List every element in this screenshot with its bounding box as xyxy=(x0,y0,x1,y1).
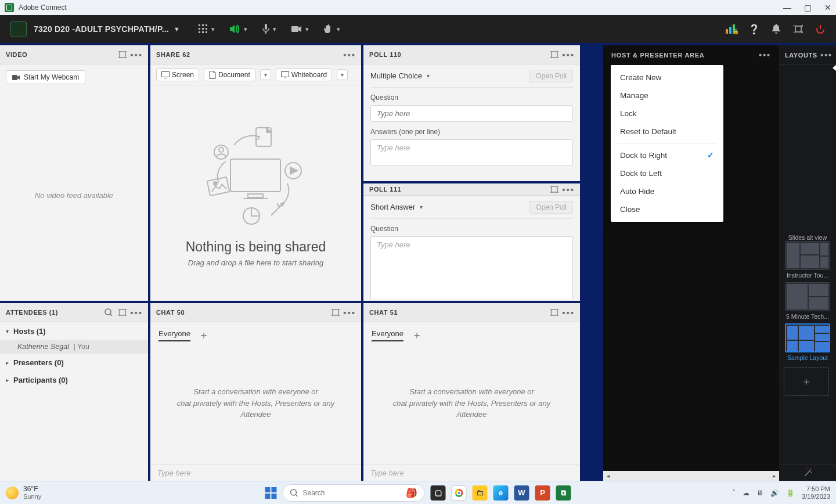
maximize-pod-icon[interactable] xyxy=(549,49,560,60)
share-document-menu-button[interactable]: ▾ xyxy=(260,69,271,80)
close-window-button[interactable]: ✕ xyxy=(824,3,831,12)
menu-dock-left[interactable]: Dock to Left xyxy=(611,164,723,182)
speaker-button[interactable]: ▾ xyxy=(230,24,247,34)
pod-options-icon[interactable]: ••• xyxy=(563,307,574,318)
chrome-icon[interactable] xyxy=(452,485,467,501)
attendee-you-tag: | You xyxy=(73,343,89,351)
chat-add-tab-button[interactable]: ＋ xyxy=(412,328,422,342)
notifications-icon[interactable] xyxy=(771,24,781,34)
start-button[interactable] xyxy=(265,487,277,499)
menu-auto-hide[interactable]: Auto Hide xyxy=(611,182,723,200)
chat-add-tab-button[interactable]: ＋ xyxy=(199,328,209,342)
pod-options-icon[interactable]: ••• xyxy=(344,49,355,60)
attendee-group-presenters[interactable]: ▸Presenters (0) xyxy=(0,354,148,371)
weather-cond: Sunny xyxy=(23,493,41,500)
taskbar-clock[interactable]: 7:50 PM 3/19/2023 xyxy=(802,485,830,500)
powerpoint-icon[interactable]: P xyxy=(535,485,550,501)
pod-options-icon[interactable]: ••• xyxy=(131,307,142,318)
end-session-icon[interactable] xyxy=(815,24,826,34)
pod-options-icon[interactable]: ••• xyxy=(344,307,355,318)
poll-question-label: Question xyxy=(370,225,573,233)
maximize-pod-icon[interactable] xyxy=(330,307,341,318)
share-document-button[interactable]: Document xyxy=(204,69,255,81)
svg-rect-21 xyxy=(230,159,280,192)
pods-grid-button[interactable]: ▾ xyxy=(199,24,215,34)
svg-rect-17 xyxy=(162,71,170,77)
layout-thumb[interactable]: Slides alt view Instructor Tou... xyxy=(784,232,831,279)
tray-chevron-icon[interactable]: ˄ xyxy=(732,489,736,497)
pod-options-icon[interactable]: ••• xyxy=(563,49,574,60)
scroll-left-button[interactable]: ◂ xyxy=(603,471,613,481)
menu-lock[interactable]: Lock xyxy=(611,105,723,123)
poll-answers-input[interactable]: Type here xyxy=(370,139,573,166)
battery-icon[interactable]: 🔋 xyxy=(786,489,795,497)
pod-options-icon[interactable]: ••• xyxy=(563,183,574,195)
attendee-group-hosts[interactable]: ▾Hosts (1) xyxy=(0,322,148,340)
camera-button[interactable]: ▾ xyxy=(291,25,309,33)
menu-manage[interactable]: Manage xyxy=(611,87,723,105)
edge-icon[interactable]: e xyxy=(493,485,509,501)
menu-dock-right[interactable]: Dock to Right✓ xyxy=(611,146,723,164)
poll-question-input[interactable] xyxy=(370,105,573,122)
maximize-button[interactable]: ▢ xyxy=(804,3,812,12)
minimize-button[interactable]: — xyxy=(783,3,791,12)
help-icon[interactable]: ❔ xyxy=(749,24,759,34)
layout-thumb[interactable]: 5 Minute Tech... xyxy=(784,282,831,320)
layouts-wand-icon[interactable] xyxy=(779,465,836,481)
room-icon[interactable] xyxy=(10,21,27,37)
attendee-group-participants[interactable]: ▸Participants (0) xyxy=(0,371,148,388)
taskbar-search[interactable]: Search 🎒 xyxy=(283,484,425,502)
display-icon[interactable]: 🖥 xyxy=(756,489,763,497)
maximize-pod-icon[interactable] xyxy=(549,307,560,318)
share-pod-title: SHARE 62 xyxy=(156,51,190,58)
layout-thumb-selected[interactable]: Sample Layout xyxy=(784,323,831,361)
search-icon[interactable] xyxy=(103,307,114,318)
chat-input[interactable]: Type here xyxy=(363,465,580,481)
participants-label: Participants (0) xyxy=(13,376,68,384)
adobe-connect-taskbar-icon[interactable]: ⧉ xyxy=(556,485,571,501)
microphone-button[interactable]: ▾ xyxy=(262,24,276,34)
engagement-dashboard-icon[interactable]: 🔒 xyxy=(727,24,737,34)
volume-icon[interactable]: 🔊 xyxy=(770,489,779,497)
room-menu-caret[interactable]: ▼ xyxy=(174,26,180,33)
attendee-self[interactable]: Katherine Segal | You xyxy=(0,340,148,354)
room-title: 7320 D20 -ADULT PSYCHPATH/P... xyxy=(34,24,169,34)
share-screen-button[interactable]: Screen xyxy=(156,69,199,81)
scroll-right-button[interactable]: ▸ xyxy=(769,471,779,481)
taskbar-weather[interactable]: 36°F Sunny xyxy=(6,485,41,500)
open-poll-button[interactable]: Open Poll xyxy=(529,70,573,82)
explorer-icon[interactable]: 🗀 xyxy=(473,485,488,501)
open-poll-button[interactable]: Open Poll xyxy=(529,201,573,214)
taskview-icon[interactable]: ▢ xyxy=(431,485,446,501)
svg-rect-36 xyxy=(552,309,557,315)
maximize-pod-icon[interactable] xyxy=(549,183,560,195)
fullscreen-icon[interactable] xyxy=(793,24,803,34)
maximize-pod-icon[interactable] xyxy=(117,307,128,318)
poll-question-input[interactable]: Type here xyxy=(370,236,573,300)
menu-reset[interactable]: Reset to Default xyxy=(611,123,723,141)
share-whiteboard-menu-button[interactable]: ▾ xyxy=(337,69,348,80)
chat-tab-everyone[interactable]: Everyone xyxy=(158,329,190,341)
layouts-title: LAYOUTS xyxy=(785,52,817,59)
add-layout-button[interactable]: ＋ xyxy=(784,367,829,396)
hosts-label: Hosts (1) xyxy=(13,327,46,336)
raise-hand-button[interactable]: ▾ xyxy=(324,24,340,34)
share-illustration xyxy=(198,120,314,230)
chat-input[interactable]: Type here xyxy=(150,465,361,481)
hp-options-icon[interactable]: ••• xyxy=(759,51,771,60)
windows-taskbar: 36°F Sunny Search 🎒 ▢ 🗀 e W P ⧉ ˄ ☁ 🖥 🔊 … xyxy=(0,481,836,504)
layouts-menu: Create New Manage Lock Reset to Default … xyxy=(611,65,723,222)
onedrive-icon[interactable]: ☁ xyxy=(743,489,749,497)
menu-close[interactable]: Close xyxy=(611,200,723,218)
chat-tab-everyone[interactable]: Everyone xyxy=(372,329,403,341)
hp-horizontal-scrollbar[interactable]: ◂ ▸ xyxy=(603,471,779,481)
poll-type-select[interactable]: Multiple Choice▾ xyxy=(370,71,430,80)
maximize-pod-icon[interactable] xyxy=(117,49,128,60)
pod-options-icon[interactable]: ••• xyxy=(131,49,142,60)
start-webcam-button[interactable]: Start My Webcam xyxy=(6,70,85,84)
poll-type-select[interactable]: Short Answer▾ xyxy=(370,203,423,211)
menu-create-new[interactable]: Create New xyxy=(611,69,723,87)
layouts-options-icon[interactable]: ••• xyxy=(820,51,835,60)
share-whiteboard-button[interactable]: Whiteboard xyxy=(276,69,332,81)
word-icon[interactable]: W xyxy=(514,485,529,501)
